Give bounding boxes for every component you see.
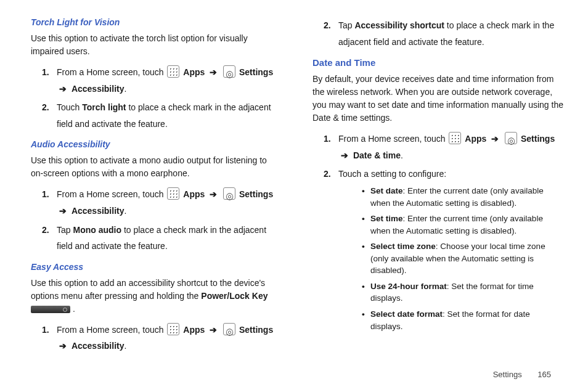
dt-bullet-item: Select time zone: Choose your local time… [362, 240, 563, 277]
audio-step2: Tap Mono audio to place a check mark in … [31, 222, 282, 255]
audio-step1: From a Home screen, touch Apps ➔ Setting… [31, 186, 282, 219]
dt-bullet-list: Set date: Enter the current date (only a… [338, 185, 563, 332]
easy-step2: Tap Accessibility shortcut to place a ch… [312, 17, 563, 50]
easy-intro: Use this option to add an accessibility … [31, 277, 282, 316]
dt-bullet-item: Select date format: Set the format for d… [362, 308, 563, 332]
apps-icon [167, 187, 179, 200]
dt-bullet-item: Set date: Enter the current date (only a… [362, 185, 563, 209]
torch-step2: Touch Torch light to place a check mark … [31, 99, 282, 132]
arrow-icon: ➔ [59, 81, 67, 97]
page-footer: Settings 165 [0, 370, 588, 379]
audio-intro: Use this option to activate a mono audio… [31, 154, 282, 180]
left-column: Torch Light for Vision Use this option t… [31, 17, 282, 345]
arrow-icon: ➔ [210, 186, 217, 203]
settings-icon [505, 132, 517, 144]
arrow-icon: ➔ [59, 203, 67, 219]
dt-bullet-item: Use 24-hour format: Set the format for t… [362, 280, 563, 304]
apps-icon [167, 323, 179, 335]
arrow-icon: ➔ [341, 147, 348, 164]
torch-intro: Use this option to activate the torch li… [31, 32, 282, 58]
dt-bullet-item: Set time: Enter the current time (only a… [362, 213, 563, 237]
audio-steps: From a Home screen, touch Apps ➔ Setting… [31, 186, 282, 254]
right-column: Tap Accessibility shortcut to place a ch… [312, 17, 563, 345]
heading-easy: Easy Access [31, 262, 282, 272]
apps-icon [167, 65, 179, 78]
arrow-icon: ➔ [210, 64, 217, 81]
arrow-icon: ➔ [210, 322, 217, 338]
settings-icon [223, 187, 235, 200]
torch-steps: From a Home screen, touch Apps ➔ Setting… [31, 64, 282, 132]
heading-date-time: Date and Time [312, 57, 563, 68]
easy-steps-left: From a Home screen, touch Apps ➔ Setting… [31, 322, 282, 354]
arrow-icon: ➔ [491, 131, 499, 147]
footer-page-number: 165 [537, 370, 551, 379]
dt-step2: Touch a setting to configure: Set date: … [312, 166, 563, 332]
torch-step1: From a Home screen, touch Apps ➔ Setting… [31, 64, 282, 97]
page-body: Torch Light for Vision Use this option t… [0, 0, 588, 351]
dt-step1: From a Home screen, touch Apps ➔ Setting… [312, 131, 563, 163]
footer-section: Settings [493, 370, 522, 379]
power-lock-key-icon [31, 306, 70, 313]
arrow-icon: ➔ [59, 338, 67, 354]
easy-step1: From a Home screen, touch Apps ➔ Setting… [31, 322, 282, 354]
heading-torch: Torch Light for Vision [31, 17, 282, 27]
heading-audio: Audio Accessibility [31, 139, 282, 149]
dt-intro: By default, your device receives date an… [312, 73, 563, 125]
dt-steps: From a Home screen, touch Apps ➔ Setting… [312, 131, 563, 332]
settings-icon [223, 323, 235, 335]
easy-steps-right: Tap Accessibility shortcut to place a ch… [312, 17, 563, 50]
apps-icon [449, 132, 461, 144]
settings-icon [223, 65, 235, 78]
